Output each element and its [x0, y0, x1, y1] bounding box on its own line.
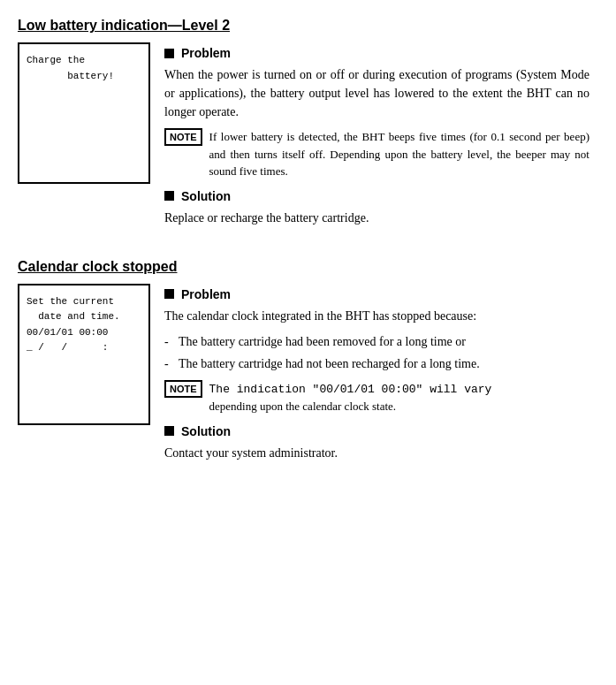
- section1-body: Charge the battery! Problem When the pow…: [18, 42, 589, 234]
- section1-problem-text: When the power is turned on or off or du…: [164, 65, 589, 121]
- section2-bullet-list: The battery cartridge had been removed f…: [164, 332, 589, 373]
- section1-note-text: If lower battery is detected, the BHT be…: [209, 128, 589, 180]
- section2-note-label: NOTE: [164, 380, 202, 398]
- section1-problem-heading: Problem: [164, 46, 589, 60]
- section1-solution-label: Solution: [181, 189, 231, 203]
- section2-note: NOTE The indication "00/01/01 00:00" wil…: [164, 380, 589, 415]
- screen-line-3: battery!: [27, 69, 141, 85]
- screen2-line-6: _ / / :: [27, 340, 141, 356]
- screen2-line-3: date and time.: [27, 309, 141, 325]
- section2-title: Calendar clock stopped: [18, 259, 589, 275]
- solution2-bullet-icon: [164, 426, 174, 436]
- problem-bullet-icon: [164, 49, 174, 58]
- section1-note-label: NOTE: [164, 128, 202, 146]
- section-divider: [18, 243, 589, 259]
- section2-device-screen: Set the current date and time. 00/01/01 …: [18, 284, 150, 425]
- screen2-line-2: Set the current: [27, 294, 141, 310]
- section1-solution-text: Replace or recharge the battery cartridg…: [164, 209, 589, 227]
- section2-problem-label: Problem: [181, 287, 231, 301]
- section2-problem-heading: Problem: [164, 287, 589, 301]
- section2-body: Set the current date and time. 00/01/01 …: [18, 284, 589, 469]
- section2-solution-text: Contact your system administrator.: [164, 444, 589, 462]
- solution-bullet-icon: [164, 191, 174, 201]
- section2-note-text: The indication "00/01/01 00:00" will var…: [209, 380, 492, 415]
- section-low-battery: Low battery indication—Level 2 Charge th…: [18, 18, 589, 234]
- screen-line-1: Charge the: [27, 53, 141, 69]
- section2-content: Problem The calendar clock integrated in…: [164, 284, 589, 469]
- problem2-bullet-icon: [164, 289, 174, 299]
- section1-note: NOTE If lower battery is detected, the B…: [164, 128, 589, 180]
- section2-solution-heading: Solution: [164, 424, 589, 438]
- section1-solution-heading: Solution: [164, 189, 589, 203]
- page-content: Low battery indication—Level 2 Charge th…: [18, 18, 589, 478]
- section1-title: Low battery indication—Level 2: [18, 18, 589, 34]
- section2-problem-text: The calendar clock integrated in the BHT…: [164, 307, 589, 325]
- section2-solution-label: Solution: [181, 424, 231, 438]
- section1-problem-label: Problem: [181, 46, 231, 60]
- section1-content: Problem When the power is turned on or o…: [164, 42, 589, 234]
- bullet-item-0: The battery cartridge had been removed f…: [164, 332, 589, 351]
- bullet-item-1: The battery cartridge had not been recha…: [164, 354, 589, 373]
- section2-note-suffix: depending upon the calendar clock state.: [209, 400, 397, 413]
- section2-note-mono: The indication "00/01/01 00:00" will var…: [209, 383, 492, 396]
- section-calendar-clock: Calendar clock stopped Set the current d…: [18, 259, 589, 469]
- screen2-line-5: 00/01/01 00:00: [27, 325, 141, 341]
- section1-device-screen: Charge the battery!: [18, 42, 150, 184]
